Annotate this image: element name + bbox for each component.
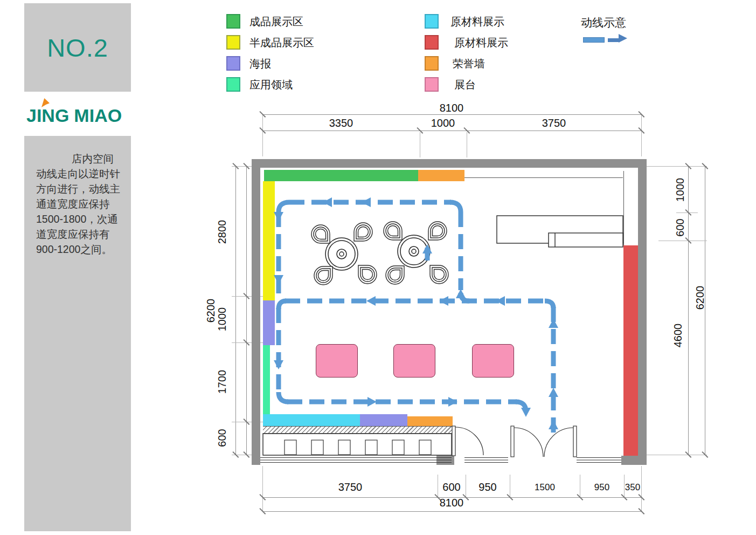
counter-case [285, 440, 296, 455]
legend-swatch-honorwall [425, 56, 439, 71]
dim-bottom-seg: 950 [594, 482, 609, 493]
dimension-line [705, 166, 705, 455]
flow-legend-label: 动线示意 [581, 15, 626, 30]
flow-dash-icon [583, 37, 605, 43]
slide-number-box: NO.2 [24, 3, 131, 92]
dim-bottom-seg: 3750 [338, 481, 363, 493]
dim-bottom-seg: 950 [478, 481, 496, 493]
legend-label: 海报 [249, 57, 271, 71]
legend-label: 半成品展示区 [249, 36, 314, 50]
dimension-line [235, 166, 236, 455]
legend-swatch-rawmaterial-cyan [425, 14, 439, 29]
dim-left-seg: 600 [216, 429, 228, 447]
dim-right-seg: 4600 [672, 324, 684, 348]
flow-arrow-icon [608, 38, 619, 42]
dimension-line [262, 511, 641, 512]
dimension-line [246, 166, 247, 455]
slide: { "sidebar": { "page_number": "NO.2", "b… [0, 0, 756, 535]
legend-label: 荣誉墙 [453, 57, 485, 71]
dim-right-seg: 1000 [674, 178, 686, 202]
legend-label: 展台 [454, 78, 476, 92]
chair [311, 225, 330, 243]
legend-swatch-semifinished [226, 35, 240, 50]
dim-left-seg: 1700 [216, 370, 228, 394]
chair [428, 222, 447, 240]
counter-case [365, 440, 377, 455]
plan-lineart [252, 159, 647, 465]
dim-top-seg: 1000 [431, 117, 455, 129]
dim-bottom-seg: 350 [625, 482, 640, 493]
legend-swatch-poster [226, 56, 240, 71]
counter-case [419, 440, 431, 455]
dim-right-overall: 6200 [694, 286, 706, 310]
legend-swatch-application [226, 77, 240, 92]
chair [354, 223, 372, 241]
chair [430, 265, 448, 284]
side-door [452, 426, 483, 456]
dim-left-seg: 1000 [216, 307, 228, 332]
legend-label: 原材料展示 [454, 36, 508, 50]
brand-logo: JINGMIAO [25, 98, 131, 129]
display-counter [263, 434, 452, 455]
counter-case [392, 440, 404, 455]
dimension-line [262, 114, 641, 115]
dim-bottom-seg: 1500 [535, 482, 555, 493]
legend-swatch-finished [226, 14, 240, 29]
dim-top-seg: 3350 [329, 117, 353, 129]
dim-left-seg: 2800 [216, 220, 228, 244]
description-box: 店内空间动线走向以逆时针方向进行，动线主通道宽度应保持1500-1800，次通道… [24, 136, 131, 531]
dim-right-seg: 600 [674, 218, 686, 236]
chair [314, 266, 332, 285]
entry-door-double [511, 426, 577, 457]
legend-swatch-rawmaterial-red [425, 35, 439, 50]
dim-bottom-overall: 8100 [440, 497, 464, 509]
legend-swatch-stand [425, 77, 439, 92]
slide-number: NO.2 [47, 33, 108, 63]
legend-label: 成品展示区 [249, 15, 303, 29]
round-table [325, 238, 358, 270]
dim-bottom-seg: 600 [442, 481, 460, 493]
dim-top-seg: 3750 [542, 117, 566, 129]
dim-left-overall: 6200 [205, 299, 217, 323]
legend-label: 原材料展示 [450, 15, 504, 29]
dimension-line [688, 166, 689, 455]
counter-case [311, 440, 323, 455]
description-text: 店内空间动线走向以逆时针方向进行，动线主通道宽度应保持1500-1800，次通道… [24, 136, 131, 257]
logo-text: JINGMIAO [26, 105, 122, 126]
storefront-window [260, 458, 621, 463]
dim-top-overall: 8100 [440, 102, 464, 114]
legend-label: 应用领域 [249, 78, 293, 92]
flow-arrowhead-icon [619, 34, 627, 43]
chair [386, 266, 404, 284]
chair [358, 265, 377, 284]
chair [384, 222, 402, 240]
floor-plan [252, 159, 647, 465]
reception-counter [497, 216, 623, 247]
counter-case [338, 440, 350, 455]
dimension-line [262, 131, 641, 131]
